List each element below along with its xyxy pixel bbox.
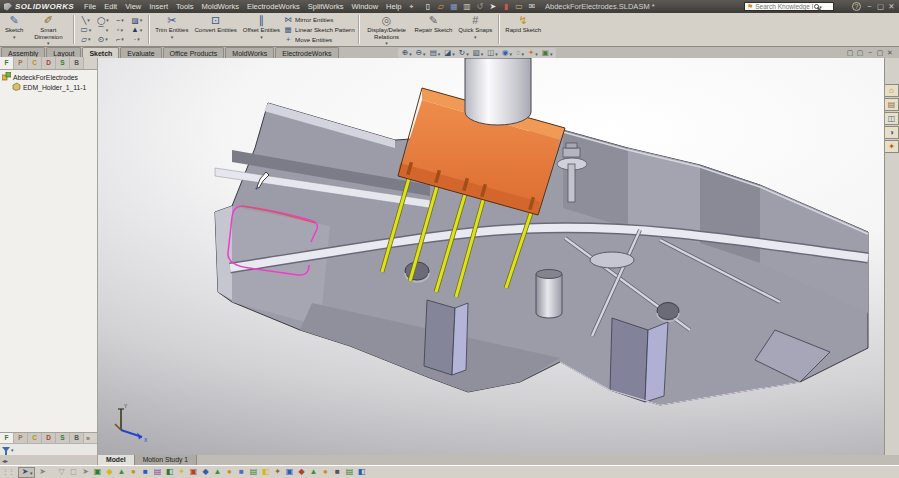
apply-scene-icon[interactable]: ✦▾ [526,48,540,58]
trim-entities-button[interactable]: ✂ Trim Entities ▾ [152,13,191,46]
options-icon[interactable]: ▮ [499,0,512,13]
sketch-entity-tool[interactable]: ·▾ [128,35,145,44]
dimxpert-tab-icon[interactable]: D [42,57,56,69]
tab-sketch[interactable]: Sketch [82,47,119,58]
sketch-button[interactable]: ✎ Sketch ▾ [2,13,26,46]
view-orientation-icon[interactable]: ▧▾ [471,48,486,58]
menu-item[interactable]: MoldWorks [198,2,243,11]
tool-icon[interactable]: ◻ [68,466,80,478]
tool-icon[interactable]: ◆ [200,466,212,478]
featuremanager-tab-icon[interactable]: F [0,433,14,443]
menu-item[interactable]: Help [382,2,405,11]
doc-tile-icon[interactable]: ▢ [845,48,855,58]
tree-root-item[interactable]: AbdeckForElectrodes [2,72,97,82]
tool-icon[interactable]: ◧ [164,466,176,478]
sketch-entity-tool[interactable]: ╲▾ [77,16,94,25]
tool-icon[interactable]: ▲ [212,466,224,478]
search-icon[interactable] [814,4,819,9]
tool-icon[interactable]: ■ [140,466,152,478]
tool-icon[interactable]: ■ [236,466,248,478]
zoom-area-icon[interactable]: ⊖▾ [414,48,428,58]
propertymanager-tab-icon[interactable]: P [14,433,28,443]
mirror-entities-button[interactable]: ⋈Mirror Entities [283,15,355,25]
tool-icon[interactable]: ▲ [308,466,320,478]
zoom-fit-icon[interactable]: ⊕▾ [400,48,414,58]
selection-tool-button[interactable]: ➤▾ [18,467,35,478]
model-tab[interactable]: Model [98,455,135,465]
spindle-cylinder[interactable] [465,58,531,125]
entity-dropdown-icon[interactable]: ▾ [106,28,109,32]
3d-model-view[interactable] [152,58,884,455]
tool-icon[interactable]: ● [224,466,236,478]
view-palette-icon[interactable]: ✦ [885,140,899,153]
new-document-icon[interactable]: ▯ [421,0,434,13]
sketch-entity-tool[interactable]: ⌒▾ [94,25,111,35]
entity-dropdown-icon[interactable]: ▾ [89,28,92,32]
menu-item[interactable]: View [121,2,145,11]
previous-view-icon[interactable]: ▤▾ [428,48,443,58]
menu-item[interactable]: Tools [172,2,198,11]
close-button[interactable]: ✕ [886,0,897,13]
tool-icon[interactable]: ▽ [56,466,68,478]
entity-dropdown-icon[interactable]: ▾ [106,18,109,22]
tabstrip-overflow-icon[interactable]: » [86,435,90,442]
help-icon[interactable]: ? [852,2,861,11]
display-style-icon[interactable]: ◫▾ [485,48,500,58]
tree-filter-row[interactable]: ▾ [0,443,97,455]
sketch-entity-tool[interactable]: ⊙▾ [94,35,111,44]
pointer-tool-icon[interactable]: ➤ [37,466,49,478]
doc-close-button[interactable]: ✕ [885,48,895,58]
tool-icon[interactable]: ▤ [152,466,164,478]
doc-minimize-button[interactable]: − [865,48,875,58]
filter-dropdown-icon[interactable]: ▾ [11,448,14,452]
graphics-viewport[interactable]: Y X [98,58,884,455]
tool-icon[interactable]: ✦ [176,466,188,478]
design-library-icon[interactable]: ▤ [885,98,899,111]
menu-item[interactable]: SplitWorks [304,2,348,11]
tool-icon[interactable]: ✦ [272,466,284,478]
open-folder-icon[interactable]: ▱ [434,0,447,13]
tab-moldworks[interactable]: MoldWorks [225,47,274,58]
sketch-entity-tool[interactable]: ▱▾ [77,35,94,44]
tab-evaluate[interactable]: Evaluate [120,47,161,58]
tool-icon[interactable]: ● [320,466,332,478]
entity-dropdown-icon[interactable]: ▾ [137,37,140,41]
save-icon[interactable]: ▦ [447,0,460,13]
entity-dropdown-icon[interactable]: ▾ [121,18,124,22]
cylindrical-boss[interactable] [590,252,634,268]
tool-icon[interactable]: ▣ [284,466,296,478]
tool-icon[interactable]: ● [128,466,140,478]
tab-office-products[interactable]: Office Products [163,47,225,58]
tab-electrodeworks[interactable]: ElectrodeWorks [275,47,338,58]
doc-restore-button[interactable]: ▢ [875,48,885,58]
entity-dropdown-icon[interactable]: ▾ [140,28,143,32]
tool-icon[interactable]: ▲ [116,466,128,478]
menu-item[interactable]: File [80,2,100,11]
offset-entities-button[interactable]: ∥ Offset Entities ▾ [240,13,283,46]
tool-icon[interactable]: ▣ [188,466,200,478]
tool-icon[interactable]: ◆ [104,466,116,478]
custom-tab-icon[interactable]: B [70,433,84,443]
entity-dropdown-icon[interactable]: ▾ [87,18,90,22]
search-pane-icon[interactable]: ◑ [885,126,899,139]
entity-dropdown-icon[interactable]: ▾ [88,37,91,41]
quick-snaps-button[interactable]: # Quick Snaps ▾ [455,13,495,46]
menu-item[interactable]: ElectrodeWorks [243,2,304,11]
search-input[interactable] [755,3,813,10]
knowledge-search[interactable]: ⚑ ▾ [744,2,834,11]
tree-child-item[interactable]: EDM_Holder_1_11-1 [2,82,97,92]
doc-cascade-icon[interactable]: ▢ [855,48,865,58]
custom-tab-icon[interactable]: B [70,57,84,69]
menu-pin-icon[interactable]: ✦ [406,3,418,11]
featuremanager-tab-icon[interactable]: F [0,57,14,69]
undo-icon[interactable]: ↺ [473,0,486,13]
sketch-entity-tool[interactable]: ▨▾ [128,16,145,25]
hide-show-items-icon[interactable]: ◉▾ [500,48,514,58]
tool-icon[interactable]: ▤ [344,466,356,478]
configurationmanager-tab-icon[interactable]: C [28,57,42,69]
motion-study-tab[interactable]: Motion Study 1 [135,455,197,465]
mail-icon[interactable]: ✉ [525,0,538,13]
tab-scroll-icons[interactable]: ◂▸ [2,457,8,464]
select-arrow-icon[interactable]: ➤ [486,0,499,13]
menu-item[interactable]: Window [347,2,382,11]
